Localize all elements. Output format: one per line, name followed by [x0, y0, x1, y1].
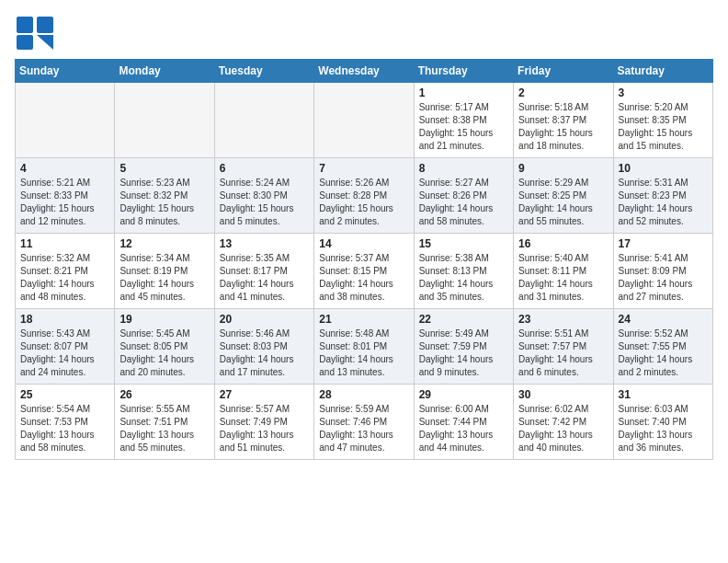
day-number: 21	[319, 313, 408, 326]
calendar-cell	[214, 83, 313, 158]
calendar-week-3: 11Sunrise: 5:32 AM Sunset: 8:21 PM Dayli…	[16, 234, 713, 309]
day-info: Sunrise: 5:31 AM Sunset: 8:23 PM Dayligh…	[619, 177, 708, 228]
day-number: 25	[20, 388, 109, 401]
day-info: Sunrise: 5:24 AM Sunset: 8:30 PM Dayligh…	[220, 177, 309, 228]
day-number: 24	[619, 313, 708, 326]
day-number: 29	[419, 388, 508, 401]
day-info: Sunrise: 5:45 AM Sunset: 8:05 PM Dayligh…	[119, 327, 209, 379]
day-header-monday: Monday	[115, 60, 214, 83]
day-number: 9	[518, 162, 608, 175]
calendar-cell: 28Sunrise: 5:59 AM Sunset: 7:46 PM Dayli…	[314, 385, 414, 460]
header-row: SundayMondayTuesdayWednesdayThursdayFrid…	[16, 60, 713, 83]
svg-rect-0	[17, 17, 33, 33]
day-number: 16	[518, 237, 608, 250]
day-info: Sunrise: 6:02 AM Sunset: 7:42 PM Dayligh…	[518, 403, 608, 454]
day-number: 5	[119, 162, 209, 175]
calendar-cell: 25Sunrise: 5:54 AM Sunset: 7:53 PM Dayli…	[16, 385, 115, 460]
calendar-cell: 27Sunrise: 5:57 AM Sunset: 7:49 PM Dayli…	[214, 385, 313, 460]
calendar-cell: 5Sunrise: 5:23 AM Sunset: 8:32 PM Daylig…	[115, 158, 214, 234]
calendar-cell: 14Sunrise: 5:37 AM Sunset: 8:15 PM Dayli…	[314, 234, 414, 309]
svg-marker-3	[37, 35, 53, 50]
calendar-cell: 26Sunrise: 5:55 AM Sunset: 7:51 PM Dayli…	[115, 385, 214, 460]
day-info: Sunrise: 6:03 AM Sunset: 7:40 PM Dayligh…	[619, 403, 708, 454]
calendar-cell: 21Sunrise: 5:48 AM Sunset: 8:01 PM Dayli…	[314, 309, 414, 385]
day-number: 31	[619, 388, 708, 401]
calendar-cell: 8Sunrise: 5:27 AM Sunset: 8:26 PM Daylig…	[414, 158, 513, 234]
day-info: Sunrise: 5:46 AM Sunset: 8:03 PM Dayligh…	[220, 327, 309, 379]
calendar-cell: 30Sunrise: 6:02 AM Sunset: 7:42 PM Dayli…	[514, 385, 613, 460]
calendar-cell	[16, 83, 115, 158]
calendar-cell: 10Sunrise: 5:31 AM Sunset: 8:23 PM Dayli…	[613, 158, 712, 234]
day-info: Sunrise: 5:57 AM Sunset: 7:49 PM Dayligh…	[220, 403, 309, 454]
calendar-cell: 3Sunrise: 5:20 AM Sunset: 8:35 PM Daylig…	[613, 83, 712, 158]
calendar-cell: 7Sunrise: 5:26 AM Sunset: 8:28 PM Daylig…	[314, 158, 414, 234]
calendar-cell: 12Sunrise: 5:34 AM Sunset: 8:19 PM Dayli…	[115, 234, 214, 309]
calendar-cell: 2Sunrise: 5:18 AM Sunset: 8:37 PM Daylig…	[514, 83, 613, 158]
day-info: Sunrise: 5:49 AM Sunset: 7:59 PM Dayligh…	[419, 327, 508, 379]
calendar-cell: 17Sunrise: 5:41 AM Sunset: 8:09 PM Dayli…	[613, 234, 712, 309]
day-info: Sunrise: 5:27 AM Sunset: 8:26 PM Dayligh…	[419, 177, 508, 228]
day-info: Sunrise: 6:00 AM Sunset: 7:44 PM Dayligh…	[419, 403, 508, 454]
day-info: Sunrise: 5:21 AM Sunset: 8:33 PM Dayligh…	[20, 177, 109, 228]
calendar-cell: 1Sunrise: 5:17 AM Sunset: 8:38 PM Daylig…	[414, 83, 513, 158]
day-number: 23	[518, 313, 608, 326]
calendar-cell: 29Sunrise: 6:00 AM Sunset: 7:44 PM Dayli…	[414, 385, 513, 460]
day-info: Sunrise: 5:35 AM Sunset: 8:17 PM Dayligh…	[220, 252, 309, 304]
day-info: Sunrise: 5:51 AM Sunset: 7:57 PM Dayligh…	[518, 327, 608, 379]
day-info: Sunrise: 5:23 AM Sunset: 8:32 PM Dayligh…	[119, 177, 209, 228]
day-number: 26	[119, 388, 209, 401]
day-info: Sunrise: 5:17 AM Sunset: 8:38 PM Dayligh…	[419, 101, 508, 153]
calendar-cell: 22Sunrise: 5:49 AM Sunset: 7:59 PM Dayli…	[414, 309, 513, 385]
day-header-tuesday: Tuesday	[214, 60, 313, 83]
svg-rect-1	[37, 17, 53, 33]
calendar-cell: 31Sunrise: 6:03 AM Sunset: 7:40 PM Dayli…	[613, 385, 712, 460]
calendar-week-1: 1Sunrise: 5:17 AM Sunset: 8:38 PM Daylig…	[16, 83, 713, 158]
day-number: 30	[518, 388, 608, 401]
calendar-week-2: 4Sunrise: 5:21 AM Sunset: 8:33 PM Daylig…	[16, 158, 713, 234]
day-number: 15	[419, 237, 508, 250]
day-number: 12	[119, 237, 209, 250]
day-info: Sunrise: 5:32 AM Sunset: 8:21 PM Dayligh…	[20, 252, 109, 304]
day-info: Sunrise: 5:40 AM Sunset: 8:11 PM Dayligh…	[518, 252, 608, 304]
day-number: 7	[319, 162, 408, 175]
day-number: 13	[220, 237, 309, 250]
calendar-cell: 18Sunrise: 5:43 AM Sunset: 8:07 PM Dayli…	[16, 309, 115, 385]
day-number: 8	[419, 162, 508, 175]
calendar-cell	[115, 83, 214, 158]
day-number: 14	[319, 237, 408, 250]
day-info: Sunrise: 5:48 AM Sunset: 8:01 PM Dayligh…	[319, 327, 408, 379]
calendar-week-5: 25Sunrise: 5:54 AM Sunset: 7:53 PM Dayli…	[16, 385, 713, 460]
svg-rect-2	[17, 35, 33, 50]
day-number: 28	[319, 388, 408, 401]
day-info: Sunrise: 5:55 AM Sunset: 7:51 PM Dayligh…	[119, 403, 209, 454]
day-info: Sunrise: 5:29 AM Sunset: 8:25 PM Dayligh…	[518, 177, 608, 228]
day-info: Sunrise: 5:20 AM Sunset: 8:35 PM Dayligh…	[619, 101, 708, 153]
page-header	[15, 15, 713, 52]
day-number: 6	[220, 162, 309, 175]
calendar-cell: 16Sunrise: 5:40 AM Sunset: 8:11 PM Dayli…	[514, 234, 613, 309]
calendar-cell: 15Sunrise: 5:38 AM Sunset: 8:13 PM Dayli…	[414, 234, 513, 309]
day-number: 20	[220, 313, 309, 326]
calendar-cell: 13Sunrise: 5:35 AM Sunset: 8:17 PM Dayli…	[214, 234, 313, 309]
day-header-sunday: Sunday	[16, 60, 115, 83]
day-number: 1	[419, 86, 508, 99]
calendar-table: SundayMondayTuesdayWednesdayThursdayFrid…	[15, 59, 713, 460]
calendar-cell: 24Sunrise: 5:52 AM Sunset: 7:55 PM Dayli…	[613, 309, 712, 385]
day-info: Sunrise: 5:38 AM Sunset: 8:13 PM Dayligh…	[419, 252, 508, 304]
calendar-week-4: 18Sunrise: 5:43 AM Sunset: 8:07 PM Dayli…	[16, 309, 713, 385]
day-info: Sunrise: 5:59 AM Sunset: 7:46 PM Dayligh…	[319, 403, 408, 454]
calendar-cell	[314, 83, 414, 158]
day-info: Sunrise: 5:52 AM Sunset: 7:55 PM Dayligh…	[619, 327, 708, 379]
day-number: 2	[518, 86, 608, 99]
day-header-friday: Friday	[514, 60, 613, 83]
day-number: 11	[20, 237, 109, 250]
day-info: Sunrise: 5:54 AM Sunset: 7:53 PM Dayligh…	[20, 403, 109, 454]
calendar-cell: 4Sunrise: 5:21 AM Sunset: 8:33 PM Daylig…	[16, 158, 115, 234]
day-number: 17	[619, 237, 708, 250]
calendar-cell: 9Sunrise: 5:29 AM Sunset: 8:25 PM Daylig…	[514, 158, 613, 234]
day-header-saturday: Saturday	[613, 60, 712, 83]
day-header-thursday: Thursday	[414, 60, 513, 83]
calendar-cell: 6Sunrise: 5:24 AM Sunset: 8:30 PM Daylig…	[214, 158, 313, 234]
calendar-cell: 11Sunrise: 5:32 AM Sunset: 8:21 PM Dayli…	[16, 234, 115, 309]
day-info: Sunrise: 5:34 AM Sunset: 8:19 PM Dayligh…	[119, 252, 209, 304]
